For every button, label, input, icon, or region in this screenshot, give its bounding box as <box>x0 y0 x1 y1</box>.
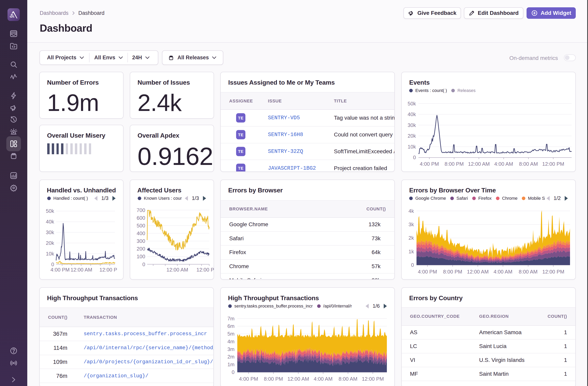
svg-text:12:00 PM: 12:00 PM <box>362 376 384 382</box>
svg-text:4:00 PM: 4:00 PM <box>418 269 437 275</box>
svg-text:12:00 AM: 12:00 AM <box>288 376 309 382</box>
svg-text:100: 100 <box>137 253 145 259</box>
svg-text:40k: 40k <box>408 111 416 117</box>
svg-text:4:00 PM: 4:00 PM <box>420 161 439 167</box>
svg-text:20k: 20k <box>46 240 54 246</box>
svg-text:50k: 50k <box>46 208 54 214</box>
svg-text:12:00 AM: 12:00 AM <box>166 267 188 273</box>
svg-text:1k: 1k <box>409 248 414 254</box>
svg-text:0: 0 <box>143 261 145 267</box>
svg-text:0: 0 <box>51 261 54 267</box>
svg-text:200: 200 <box>137 246 145 252</box>
svg-text:8:00 PM: 8:00 PM <box>264 376 283 382</box>
svg-text:12:00 P: 12:00 P <box>99 267 117 273</box>
svg-text:700: 700 <box>137 207 145 213</box>
svg-text:4:00 PM: 4:00 PM <box>239 376 258 382</box>
svg-text:40k: 40k <box>46 219 54 225</box>
svg-text:600: 600 <box>137 215 145 221</box>
svg-text:7m: 7m <box>227 316 234 321</box>
svg-text:0: 0 <box>232 369 234 375</box>
svg-text:10k: 10k <box>46 250 54 256</box>
svg-text:10k: 10k <box>408 144 416 150</box>
svg-text:4m: 4m <box>227 339 234 344</box>
svg-text:12:00 AM: 12:00 AM <box>468 161 490 167</box>
svg-text:8:00 AM: 8:00 AM <box>519 269 537 275</box>
svg-text:4:00 AM: 4:00 AM <box>314 376 333 382</box>
svg-text:12:00 P: 12:00 P <box>196 267 214 273</box>
svg-text:50k: 50k <box>408 100 416 106</box>
svg-text:3m: 3m <box>227 346 234 352</box>
svg-text:500: 500 <box>137 223 145 228</box>
svg-text:12:00 PM: 12:00 PM <box>542 161 564 167</box>
svg-text:400: 400 <box>137 230 145 236</box>
svg-text:20k: 20k <box>408 133 416 139</box>
svg-text:8:00 PM: 8:00 PM <box>444 161 464 167</box>
svg-text:12:00 PM: 12:00 PM <box>542 269 564 275</box>
svg-text:1m: 1m <box>227 362 234 367</box>
svg-text:8:00 AM: 8:00 AM <box>338 376 357 382</box>
svg-text:0: 0 <box>411 262 414 268</box>
svg-text:300: 300 <box>137 238 145 244</box>
svg-text:12:00 AM: 12:00 AM <box>71 267 92 273</box>
svg-text:6m: 6m <box>227 323 234 329</box>
svg-text:8:00 PM: 8:00 PM <box>443 269 462 275</box>
svg-text:2m: 2m <box>227 354 234 360</box>
svg-text:4k: 4k <box>409 208 414 214</box>
svg-text:12:00 AM: 12:00 AM <box>467 269 489 275</box>
svg-text:5m: 5m <box>227 331 234 337</box>
svg-text:2k: 2k <box>409 235 414 241</box>
svg-text:4:00 AM: 4:00 AM <box>494 161 513 167</box>
svg-text:4:00 PM: 4:00 PM <box>51 267 70 273</box>
svg-text:8:00 AM: 8:00 AM <box>519 161 538 167</box>
svg-text:4:00 AM: 4:00 AM <box>494 269 512 275</box>
svg-text:30k: 30k <box>46 229 54 235</box>
svg-text:0: 0 <box>413 155 416 160</box>
svg-text:3k: 3k <box>409 222 414 227</box>
svg-text:30k: 30k <box>408 122 416 128</box>
